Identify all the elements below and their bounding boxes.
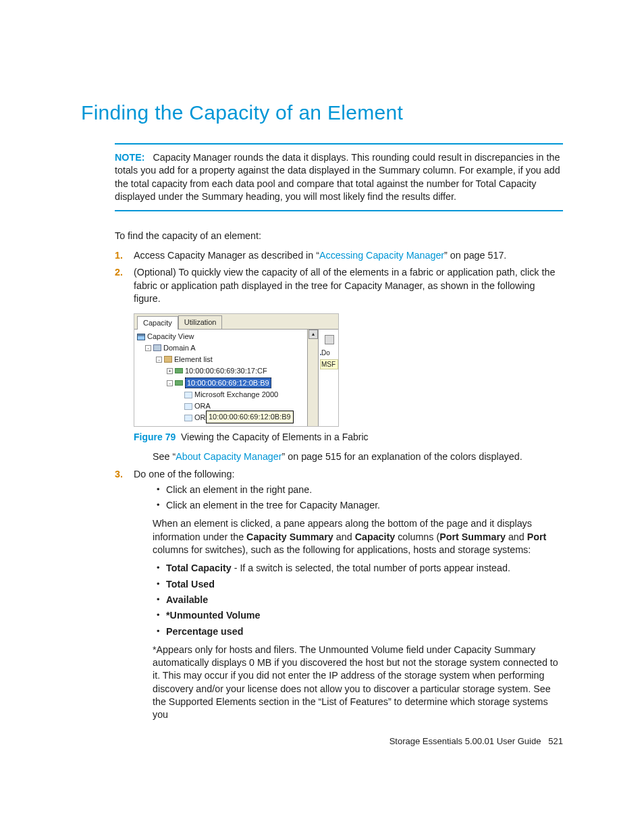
rf-text1: Do xyxy=(321,349,330,357)
option-right-pane: Click an element in the right pane. xyxy=(153,484,563,496)
capacity-view-icon xyxy=(137,334,145,340)
app-icon xyxy=(184,403,192,410)
section-heading: Finding the Capacity of an Element xyxy=(81,101,563,124)
see-also: See “About Capacity Manager” on page 515… xyxy=(153,450,563,463)
page-footer: Storage Essentials 5.00.01 User Guide 52… xyxy=(390,736,563,746)
metric-unmounted-volume: *Unmounted Volume xyxy=(153,609,563,622)
figure-caption-text: Viewing the Capacity of Elements in a Fa… xyxy=(181,432,369,442)
tree-root-label: Capacity View xyxy=(147,332,194,342)
tree-root[interactable]: Capacity View xyxy=(136,331,306,342)
tooltip: 10:00:00:60:69:12:0B:B9 xyxy=(206,411,294,423)
app-icon xyxy=(184,392,192,398)
metric-available: Available xyxy=(153,594,563,606)
note-block: NOTE: Capacity Manager rounds the data i… xyxy=(115,143,563,211)
steps-list: 1. Access Capacity Manager as described … xyxy=(115,249,563,721)
tree-domain[interactable]: - Domain A xyxy=(136,342,306,354)
tree-wwn1[interactable]: + 10:00:00:60:69:30:17:CF xyxy=(136,365,306,377)
term-capacity: Capacity xyxy=(355,531,396,542)
rf-text2: MSF xyxy=(320,359,338,370)
step-number: 3. xyxy=(115,468,123,481)
term-port-summary: Port Summary xyxy=(439,531,506,542)
step-3: 3. Do one of the following: Click an ele… xyxy=(115,468,563,722)
scrollbar[interactable]: ▴ xyxy=(307,330,318,426)
link-accessing-capacity-manager[interactable]: Accessing Capacity Manager xyxy=(319,250,444,261)
collapse-icon[interactable]: - xyxy=(167,380,173,386)
footnote-text: *Appears only for hosts and filers. The … xyxy=(153,644,563,722)
step-3-explain: When an element is clicked, a pane appea… xyxy=(153,517,563,556)
app-icon xyxy=(184,415,192,421)
intro-text: To find the capacity of an element: xyxy=(115,230,563,241)
tree-domain-label: Domain A xyxy=(163,343,196,353)
metric-label: Available xyxy=(166,594,208,605)
link-about-capacity-manager[interactable]: About Capacity Manager xyxy=(176,451,281,462)
figure-79-wrap: Capacity Utilization Capacity View - xyxy=(134,313,563,427)
element-list-icon xyxy=(164,356,172,363)
collapse-icon[interactable]: - xyxy=(145,345,151,351)
step-2-text: (Optional) To quickly view the capacity … xyxy=(134,267,555,304)
right-pane-fragment: Do MSF xyxy=(318,330,338,426)
see-post: ” on page 515 for an explanation of the … xyxy=(282,451,522,462)
note-text: Capacity Manager rounds the data it disp… xyxy=(115,152,560,202)
note-label: NOTE: xyxy=(115,152,144,163)
footer-guide-title: Storage Essentials 5.00.01 User Guide xyxy=(390,736,541,746)
step-1: 1. Access Capacity Manager as described … xyxy=(115,249,563,262)
term-capacity-summary: Capacity Summary xyxy=(246,531,333,542)
footer-page-number: 521 xyxy=(548,736,563,746)
figure-label: Figure 79 xyxy=(134,432,176,442)
metric-total-used: Total Used xyxy=(153,578,563,591)
tree-app1-label: Microsoft Exchange 2000 xyxy=(194,390,278,400)
metric-label: Total Capacity xyxy=(166,563,232,573)
step-number: 1. xyxy=(115,249,123,262)
step-3-text: Do one of the following: xyxy=(134,469,234,479)
metrics-list: Total Capacity - If a switch is selected… xyxy=(153,562,563,637)
switch-icon xyxy=(175,368,183,373)
metric-label: Total Used xyxy=(166,579,215,590)
figure-79-screenshot: Capacity Utilization Capacity View - xyxy=(134,313,339,427)
domain-icon xyxy=(153,344,161,351)
tab-capacity[interactable]: Capacity xyxy=(137,316,178,330)
tree-app1[interactable]: Microsoft Exchange 2000 xyxy=(136,389,306,400)
step-2: 2. (Optional) To quickly view the capaci… xyxy=(115,266,563,463)
expand-icon[interactable]: + xyxy=(167,368,173,374)
tree-pane: Capacity View - Domain A - Element list xyxy=(134,330,307,426)
switch-icon xyxy=(175,380,183,386)
step-1-post: ” on page 517. xyxy=(444,250,506,261)
metric-total-capacity: Total Capacity - If a switch is selected… xyxy=(153,562,563,575)
tree-elist-label: Element list xyxy=(174,355,213,365)
see-pre: See “ xyxy=(153,451,176,462)
tree-wwn2[interactable]: - 10:00:00:60:69:12:0B:B9 xyxy=(136,377,306,390)
step-1-pre: Access Capacity Manager as described in … xyxy=(134,250,319,261)
tree-app2-label: ORA xyxy=(194,401,211,411)
tree-element-list[interactable]: - Element list xyxy=(136,354,306,365)
metric-label: *Unmounted Volume xyxy=(166,610,261,621)
metric-label: Percentage used xyxy=(166,626,243,637)
term-port: Port xyxy=(527,531,547,542)
step-number: 2. xyxy=(115,266,123,279)
option-tree: Click an element in the tree for Capacit… xyxy=(153,499,563,512)
metric-percentage-used: Percentage used xyxy=(153,625,563,638)
figure-caption: Figure 79 Viewing the Capacity of Elemen… xyxy=(134,431,563,444)
step-3-options: Click an element in the right pane. Clic… xyxy=(153,484,563,513)
collapse-icon[interactable]: - xyxy=(156,357,162,363)
scroll-up-icon[interactable]: ▴ xyxy=(308,330,318,339)
metric-desc: - If a switch is selected, the total num… xyxy=(232,563,510,573)
tab-row: Capacity Utilization xyxy=(134,314,338,330)
tree-wwn2-label-selected: 10:00:00:60:69:12:0B:B9 xyxy=(185,377,271,389)
page-content: Finding the Capacity of an Element NOTE:… xyxy=(0,0,644,722)
print-icon[interactable] xyxy=(325,335,334,344)
tree-wwn1-label: 10:00:00:60:69:30:17:CF xyxy=(185,366,267,376)
tab-utilization[interactable]: Utilization xyxy=(178,315,223,329)
